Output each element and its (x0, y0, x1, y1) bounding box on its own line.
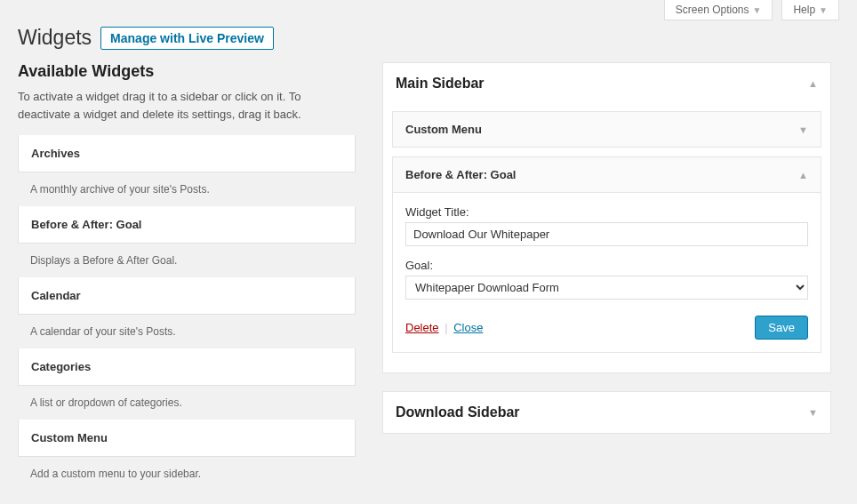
screen-options-tab[interactable]: Screen Options ▼ (664, 0, 773, 20)
sidebar-main-title: Main Sidebar (396, 76, 485, 92)
sidebar-download-title: Download Sidebar (396, 404, 520, 420)
widget-instance-title: Custom Menu (405, 123, 482, 136)
separator: | (445, 321, 447, 334)
available-widget-desc: Add a custom menu to your sidebar. (18, 457, 356, 491)
available-widget-desc: A calendar of your site's Posts. (18, 315, 356, 348)
available-widget-archives[interactable]: Archives (18, 135, 356, 172)
available-widgets-heading: Available Widgets (18, 62, 356, 81)
chevron-down-icon: ▼ (808, 407, 818, 418)
help-label: Help (793, 4, 815, 16)
sidebar-download-toggle[interactable]: Download Sidebar ▼ (383, 392, 830, 433)
available-widget-categories[interactable]: Categories (18, 348, 356, 386)
close-link[interactable]: Close (453, 321, 483, 334)
available-widget-calendar[interactable]: Calendar (18, 277, 356, 315)
available-widget-custom-menu[interactable]: Custom Menu (18, 420, 356, 457)
page-title: Widgets (18, 26, 92, 50)
delete-link[interactable]: Delete (405, 321, 439, 334)
widget-instance-custom-menu: Custom Menu ▼ (392, 111, 821, 148)
available-widget-before-after-goal[interactable]: Before & After: Goal (18, 206, 356, 244)
available-widget-desc: Displays a Before & After Goal. (18, 244, 356, 277)
save-button[interactable]: Save (755, 316, 808, 340)
widget-instance-custom-menu-toggle[interactable]: Custom Menu ▼ (393, 112, 821, 147)
available-widget-desc: A monthly archive of your site's Posts. (18, 172, 356, 206)
sidebar-main: Main Sidebar ▲ Custom Menu ▼ Before & Af… (382, 62, 831, 373)
widget-instance-title: Before & After: Goal (405, 168, 516, 181)
widget-instance-before-after-goal-toggle[interactable]: Before & After: Goal ▲ (393, 157, 821, 192)
sidebar-download: Download Sidebar ▼ (382, 391, 831, 434)
manage-live-preview-button[interactable]: Manage with Live Preview (100, 27, 274, 50)
chevron-down-icon: ▼ (753, 5, 762, 15)
sidebar-main-toggle[interactable]: Main Sidebar ▲ (383, 63, 830, 104)
chevron-down-icon: ▼ (819, 5, 828, 15)
available-widgets-description: To activate a widget drag it to a sideba… (18, 88, 356, 123)
widget-instance-before-after-goal: Before & After: Goal ▲ Widget Title: Goa… (392, 156, 821, 353)
chevron-up-icon: ▲ (808, 78, 818, 89)
widget-title-input[interactable] (405, 222, 808, 246)
available-widget-desc: A list or dropdown of categories. (18, 386, 356, 420)
screen-options-label: Screen Options (676, 4, 749, 16)
goal-select[interactable]: Whitepaper Download Form (405, 276, 808, 300)
chevron-up-icon: ▲ (798, 170, 808, 180)
widget-title-label: Widget Title: (405, 205, 808, 219)
goal-label: Goal: (405, 259, 808, 272)
chevron-down-icon: ▼ (798, 124, 808, 135)
help-tab[interactable]: Help ▼ (781, 0, 839, 20)
